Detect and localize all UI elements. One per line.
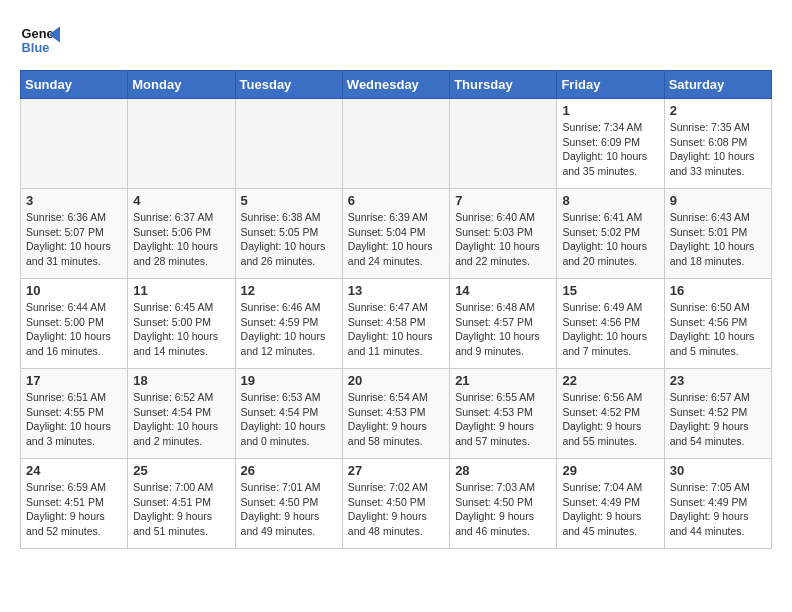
day-info: Sunrise: 7:34 AM Sunset: 6:09 PM Dayligh… bbox=[562, 120, 658, 179]
day-info: Sunrise: 6:47 AM Sunset: 4:58 PM Dayligh… bbox=[348, 300, 444, 359]
calendar-table: SundayMondayTuesdayWednesdayThursdayFrid… bbox=[20, 70, 772, 549]
week-row-1: 1Sunrise: 7:34 AM Sunset: 6:09 PM Daylig… bbox=[21, 99, 772, 189]
day-number: 7 bbox=[455, 193, 551, 208]
day-number: 22 bbox=[562, 373, 658, 388]
calendar-cell: 20Sunrise: 6:54 AM Sunset: 4:53 PM Dayli… bbox=[342, 369, 449, 459]
day-info: Sunrise: 6:49 AM Sunset: 4:56 PM Dayligh… bbox=[562, 300, 658, 359]
calendar-cell: 8Sunrise: 6:41 AM Sunset: 5:02 PM Daylig… bbox=[557, 189, 664, 279]
calendar-cell: 21Sunrise: 6:55 AM Sunset: 4:53 PM Dayli… bbox=[450, 369, 557, 459]
calendar-cell: 3Sunrise: 6:36 AM Sunset: 5:07 PM Daylig… bbox=[21, 189, 128, 279]
logo-icon: General Blue bbox=[20, 20, 60, 60]
week-row-3: 10Sunrise: 6:44 AM Sunset: 5:00 PM Dayli… bbox=[21, 279, 772, 369]
calendar-cell: 10Sunrise: 6:44 AM Sunset: 5:00 PM Dayli… bbox=[21, 279, 128, 369]
calendar-cell: 18Sunrise: 6:52 AM Sunset: 4:54 PM Dayli… bbox=[128, 369, 235, 459]
day-info: Sunrise: 6:57 AM Sunset: 4:52 PM Dayligh… bbox=[670, 390, 766, 449]
day-number: 19 bbox=[241, 373, 337, 388]
day-info: Sunrise: 6:41 AM Sunset: 5:02 PM Dayligh… bbox=[562, 210, 658, 269]
day-number: 23 bbox=[670, 373, 766, 388]
day-number: 4 bbox=[133, 193, 229, 208]
day-info: Sunrise: 7:35 AM Sunset: 6:08 PM Dayligh… bbox=[670, 120, 766, 179]
day-number: 9 bbox=[670, 193, 766, 208]
calendar-cell: 5Sunrise: 6:38 AM Sunset: 5:05 PM Daylig… bbox=[235, 189, 342, 279]
day-header-tuesday: Tuesday bbox=[235, 71, 342, 99]
day-info: Sunrise: 6:51 AM Sunset: 4:55 PM Dayligh… bbox=[26, 390, 122, 449]
calendar-cell: 15Sunrise: 6:49 AM Sunset: 4:56 PM Dayli… bbox=[557, 279, 664, 369]
day-number: 28 bbox=[455, 463, 551, 478]
day-number: 30 bbox=[670, 463, 766, 478]
day-header-friday: Friday bbox=[557, 71, 664, 99]
calendar-cell: 4Sunrise: 6:37 AM Sunset: 5:06 PM Daylig… bbox=[128, 189, 235, 279]
svg-text:Blue: Blue bbox=[22, 40, 50, 55]
calendar-cell: 28Sunrise: 7:03 AM Sunset: 4:50 PM Dayli… bbox=[450, 459, 557, 549]
calendar-cell bbox=[450, 99, 557, 189]
day-number: 2 bbox=[670, 103, 766, 118]
day-info: Sunrise: 7:04 AM Sunset: 4:49 PM Dayligh… bbox=[562, 480, 658, 539]
calendar-cell: 22Sunrise: 6:56 AM Sunset: 4:52 PM Dayli… bbox=[557, 369, 664, 459]
day-info: Sunrise: 6:45 AM Sunset: 5:00 PM Dayligh… bbox=[133, 300, 229, 359]
calendar-cell: 23Sunrise: 6:57 AM Sunset: 4:52 PM Dayli… bbox=[664, 369, 771, 459]
day-info: Sunrise: 7:05 AM Sunset: 4:49 PM Dayligh… bbox=[670, 480, 766, 539]
week-row-2: 3Sunrise: 6:36 AM Sunset: 5:07 PM Daylig… bbox=[21, 189, 772, 279]
day-number: 16 bbox=[670, 283, 766, 298]
day-info: Sunrise: 7:00 AM Sunset: 4:51 PM Dayligh… bbox=[133, 480, 229, 539]
day-info: Sunrise: 6:55 AM Sunset: 4:53 PM Dayligh… bbox=[455, 390, 551, 449]
day-number: 1 bbox=[562, 103, 658, 118]
calendar-cell bbox=[21, 99, 128, 189]
logo: General Blue bbox=[20, 20, 60, 60]
calendar-cell: 25Sunrise: 7:00 AM Sunset: 4:51 PM Dayli… bbox=[128, 459, 235, 549]
calendar-cell: 12Sunrise: 6:46 AM Sunset: 4:59 PM Dayli… bbox=[235, 279, 342, 369]
day-info: Sunrise: 7:01 AM Sunset: 4:50 PM Dayligh… bbox=[241, 480, 337, 539]
day-info: Sunrise: 7:03 AM Sunset: 4:50 PM Dayligh… bbox=[455, 480, 551, 539]
day-info: Sunrise: 6:43 AM Sunset: 5:01 PM Dayligh… bbox=[670, 210, 766, 269]
day-info: Sunrise: 6:50 AM Sunset: 4:56 PM Dayligh… bbox=[670, 300, 766, 359]
day-number: 24 bbox=[26, 463, 122, 478]
day-header-sunday: Sunday bbox=[21, 71, 128, 99]
day-number: 6 bbox=[348, 193, 444, 208]
calendar-cell: 6Sunrise: 6:39 AM Sunset: 5:04 PM Daylig… bbox=[342, 189, 449, 279]
calendar-cell: 2Sunrise: 7:35 AM Sunset: 6:08 PM Daylig… bbox=[664, 99, 771, 189]
day-number: 13 bbox=[348, 283, 444, 298]
day-info: Sunrise: 6:56 AM Sunset: 4:52 PM Dayligh… bbox=[562, 390, 658, 449]
calendar-cell: 29Sunrise: 7:04 AM Sunset: 4:49 PM Dayli… bbox=[557, 459, 664, 549]
day-number: 18 bbox=[133, 373, 229, 388]
calendar-cell: 30Sunrise: 7:05 AM Sunset: 4:49 PM Dayli… bbox=[664, 459, 771, 549]
day-header-thursday: Thursday bbox=[450, 71, 557, 99]
day-info: Sunrise: 6:38 AM Sunset: 5:05 PM Dayligh… bbox=[241, 210, 337, 269]
day-info: Sunrise: 6:46 AM Sunset: 4:59 PM Dayligh… bbox=[241, 300, 337, 359]
day-number: 12 bbox=[241, 283, 337, 298]
day-number: 21 bbox=[455, 373, 551, 388]
day-number: 25 bbox=[133, 463, 229, 478]
day-header-saturday: Saturday bbox=[664, 71, 771, 99]
calendar-cell: 24Sunrise: 6:59 AM Sunset: 4:51 PM Dayli… bbox=[21, 459, 128, 549]
day-info: Sunrise: 6:53 AM Sunset: 4:54 PM Dayligh… bbox=[241, 390, 337, 449]
day-number: 15 bbox=[562, 283, 658, 298]
calendar-cell: 13Sunrise: 6:47 AM Sunset: 4:58 PM Dayli… bbox=[342, 279, 449, 369]
calendar-cell: 7Sunrise: 6:40 AM Sunset: 5:03 PM Daylig… bbox=[450, 189, 557, 279]
day-number: 11 bbox=[133, 283, 229, 298]
calendar-cell: 27Sunrise: 7:02 AM Sunset: 4:50 PM Dayli… bbox=[342, 459, 449, 549]
day-info: Sunrise: 6:59 AM Sunset: 4:51 PM Dayligh… bbox=[26, 480, 122, 539]
day-header-wednesday: Wednesday bbox=[342, 71, 449, 99]
calendar-cell: 14Sunrise: 6:48 AM Sunset: 4:57 PM Dayli… bbox=[450, 279, 557, 369]
page-header: General Blue bbox=[20, 20, 772, 60]
day-number: 27 bbox=[348, 463, 444, 478]
calendar-cell: 11Sunrise: 6:45 AM Sunset: 5:00 PM Dayli… bbox=[128, 279, 235, 369]
day-number: 20 bbox=[348, 373, 444, 388]
day-info: Sunrise: 7:02 AM Sunset: 4:50 PM Dayligh… bbox=[348, 480, 444, 539]
day-number: 26 bbox=[241, 463, 337, 478]
day-number: 3 bbox=[26, 193, 122, 208]
calendar-cell bbox=[235, 99, 342, 189]
week-row-5: 24Sunrise: 6:59 AM Sunset: 4:51 PM Dayli… bbox=[21, 459, 772, 549]
calendar-cell: 17Sunrise: 6:51 AM Sunset: 4:55 PM Dayli… bbox=[21, 369, 128, 459]
day-info: Sunrise: 6:44 AM Sunset: 5:00 PM Dayligh… bbox=[26, 300, 122, 359]
day-info: Sunrise: 6:52 AM Sunset: 4:54 PM Dayligh… bbox=[133, 390, 229, 449]
day-info: Sunrise: 6:39 AM Sunset: 5:04 PM Dayligh… bbox=[348, 210, 444, 269]
day-info: Sunrise: 6:40 AM Sunset: 5:03 PM Dayligh… bbox=[455, 210, 551, 269]
day-number: 10 bbox=[26, 283, 122, 298]
day-number: 8 bbox=[562, 193, 658, 208]
calendar-cell: 16Sunrise: 6:50 AM Sunset: 4:56 PM Dayli… bbox=[664, 279, 771, 369]
day-info: Sunrise: 6:54 AM Sunset: 4:53 PM Dayligh… bbox=[348, 390, 444, 449]
day-number: 29 bbox=[562, 463, 658, 478]
calendar-cell bbox=[128, 99, 235, 189]
calendar-cell: 26Sunrise: 7:01 AM Sunset: 4:50 PM Dayli… bbox=[235, 459, 342, 549]
